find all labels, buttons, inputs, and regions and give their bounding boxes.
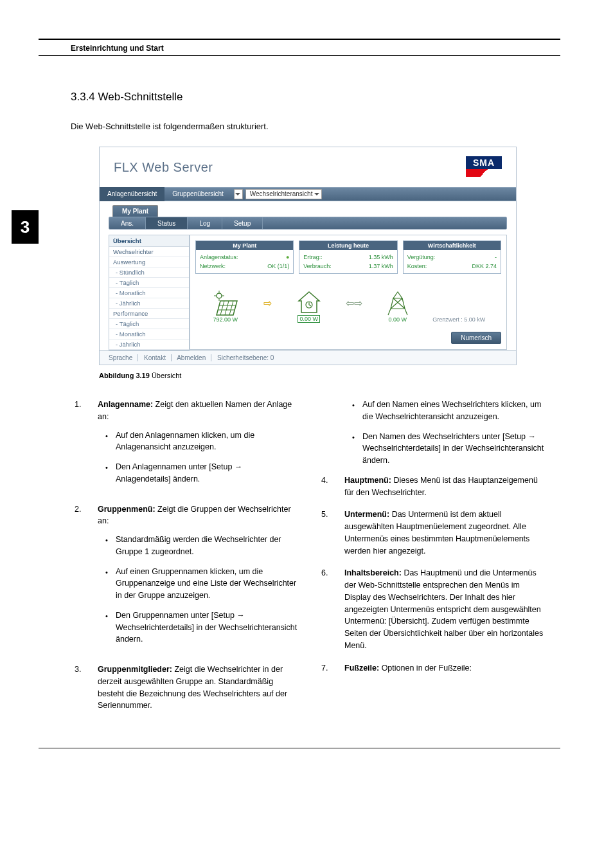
bidir-arrow-icon: ⇦⇨ — [346, 297, 362, 316]
group-tab[interactable]: My Plant — [112, 205, 158, 217]
house-icon: 0.00 W — [296, 289, 322, 323]
sub-item: Den Namen des Wechselrichters unter [Set… — [362, 431, 545, 467]
sidebar-header: Übersicht — [109, 235, 189, 247]
sidebar-item[interactable]: Auswertung — [109, 257, 189, 267]
sidebar-item[interactable]: - Stündlich — [109, 267, 189, 278]
sidebar-item[interactable]: Wechselrichter — [109, 247, 189, 257]
sidebar-item[interactable]: - Monatlich — [109, 288, 189, 298]
sub-item: Den Anlagennamen unter [Setup → Anlagend… — [116, 461, 298, 485]
label: Ertrag:: — [303, 254, 323, 260]
value: 1.37 kWh — [369, 263, 393, 269]
nav-dropdown-1[interactable] — [234, 189, 243, 199]
info-box-power: Leistung heute Ertrag::1.35 kWh Verbrauc… — [299, 240, 397, 274]
subtab-setup[interactable]: Setup — [222, 217, 263, 229]
subtab-ans[interactable]: Ans. — [109, 217, 146, 229]
main-nav: Anlagenübersicht Gruppenübersicht Wechse… — [100, 187, 516, 201]
footer-language[interactable]: Sprache — [109, 354, 138, 361]
list-number: 7. — [317, 662, 344, 674]
grid-value: 0.00 W — [387, 316, 409, 323]
info-title: My Plant — [196, 241, 293, 250]
list-number: 1. — [71, 399, 98, 493]
item-bold: Hauptmenü: — [344, 476, 391, 485]
grid-icon: 0.00 W — [387, 291, 409, 323]
label: Vergütung: — [407, 254, 436, 260]
intro-text: Die Web-Schnittstelle ist folgendermaßen… — [71, 122, 545, 131]
sma-logo: SMA — [466, 156, 502, 178]
sub-item: Standardmäßig werden die Wechsel­richter… — [116, 534, 298, 558]
power-diagram: 792.00 W ⇨ 0.00 W ⇦⇨ — [195, 289, 501, 327]
nav-inverter-view-dd[interactable]: Wechselrichteransicht — [245, 189, 323, 199]
value: OK (1/1) — [267, 263, 289, 269]
header-left: Ersteinrichtung und Start — [71, 44, 164, 53]
label: Anlagenstatus: — [200, 254, 238, 260]
svg-line-7 — [229, 301, 233, 315]
label: Netzwerk: — [200, 263, 226, 269]
sidebar-item[interactable]: - Jährlich — [109, 339, 189, 350]
nav-plant-overview[interactable]: Anlagenübersicht — [100, 187, 164, 201]
svg-line-5 — [220, 301, 224, 315]
sidebar-item[interactable]: - Jährlich — [109, 298, 189, 309]
subtab-log[interactable]: Log — [188, 217, 222, 229]
footer-logout[interactable]: Abmelden — [177, 354, 211, 361]
info-box-economy: Wirtschaftlichkeit Vergütung:- Kosten:DK… — [403, 240, 501, 274]
subtab-status[interactable]: Status — [146, 217, 188, 229]
list-number: 5. — [317, 509, 344, 557]
value: DKK 2.74 — [472, 263, 497, 269]
svg-line-6 — [225, 301, 229, 315]
left-column: 1. Anlagenname: Zeigt den aktuellen Name… — [71, 399, 298, 722]
info-title: Wirtschaftlichkeit — [404, 241, 501, 250]
item-text: Optionen in der Fußzeile: — [379, 664, 472, 673]
info-box-plant: My Plant Anlagenstatus:● Netzwerk:OK (1/… — [195, 240, 294, 274]
item-text: Das Hauptmenü und die Untermenüs der Web… — [344, 568, 543, 650]
label: Verbrauch: — [303, 263, 332, 269]
house-value: 0.00 W — [298, 315, 320, 323]
item-bold: Gruppenmitglieder: — [98, 665, 172, 674]
list-number: 3. — [71, 664, 98, 712]
sub-item: Auf einen Gruppennamen klicken, um die G… — [116, 566, 298, 602]
sidebar-item[interactable]: - Täglich — [109, 278, 189, 288]
list-number: 4. — [317, 475, 344, 499]
item-bold: Anlagenname: — [98, 400, 153, 409]
footer-contact[interactable]: Kontakt — [144, 354, 172, 361]
sidebar-item[interactable]: Performance — [109, 309, 189, 319]
item-bold: Inhaltsbereich: — [344, 568, 402, 577]
page-header: Ersteinrichtung und Start — [39, 40, 560, 55]
status-icon: ● — [286, 254, 289, 260]
caption-text: Übersicht — [152, 372, 181, 379]
list-number: 2. — [71, 503, 98, 654]
value: - — [495, 254, 497, 260]
right-column: Auf den Namen eines Wechselrichters klic… — [317, 399, 545, 722]
value: 1.35 kWh — [369, 254, 393, 260]
solar-icon: 792.00 W — [211, 291, 240, 323]
sma-logo-text: SMA — [466, 156, 502, 169]
item-bold: Fußzeile: — [344, 664, 379, 673]
section-title: 3.3.4 Web-Schnittstelle — [71, 91, 545, 104]
sidebar-item[interactable]: - Monatlich — [109, 329, 189, 339]
screenshot-footer: Sprache Kontakt Abmelden Sicherheitseben… — [100, 350, 516, 365]
chapter-tab: 3 — [12, 210, 39, 244]
sub-item: Auf den Anlagennamen klicken, um die Anl… — [116, 429, 298, 454]
list-number: 6. — [317, 567, 344, 651]
numeric-button[interactable]: Numerisch — [451, 332, 501, 344]
sub-item: Den Gruppennamen unter [Setup → Wechselr… — [116, 610, 298, 646]
label: Kosten: — [407, 263, 427, 269]
app-title: FLX Web Server — [114, 160, 213, 175]
sub-item: Auf den Namen eines Wechselrichters klic… — [362, 399, 545, 423]
sidebar-item[interactable]: - Täglich — [109, 319, 189, 329]
info-title: Leistung heute — [299, 241, 396, 250]
caption-label: Abbildung 3.19 — [99, 372, 152, 379]
gen-value: 792.00 W — [211, 316, 240, 323]
content-area: My Plant Anlagenstatus:● Netzwerk:OK (1/… — [190, 235, 507, 350]
web-screenshot: FLX Web Server SMA Anlagenübersicht Grup… — [99, 147, 517, 365]
item-bold: Untermenü: — [344, 510, 389, 519]
svg-point-0 — [217, 293, 222, 298]
limit-value: Grenzwert : 5.00 kW — [432, 316, 485, 323]
sidebar: Übersicht Wechselrichter Auswertung - St… — [109, 235, 190, 350]
arrow-icon: ⇨ — [263, 297, 272, 316]
sub-tabs: Ans. Status Log Setup — [109, 217, 507, 230]
nav-group-overview[interactable]: Gruppenübersicht — [164, 187, 231, 201]
footer-security: Sicherheitsebene: 0 — [217, 354, 279, 361]
figure-caption: Abbildung 3.19 Übersicht — [99, 372, 545, 379]
item-bold: Gruppenmenü: — [98, 505, 155, 514]
